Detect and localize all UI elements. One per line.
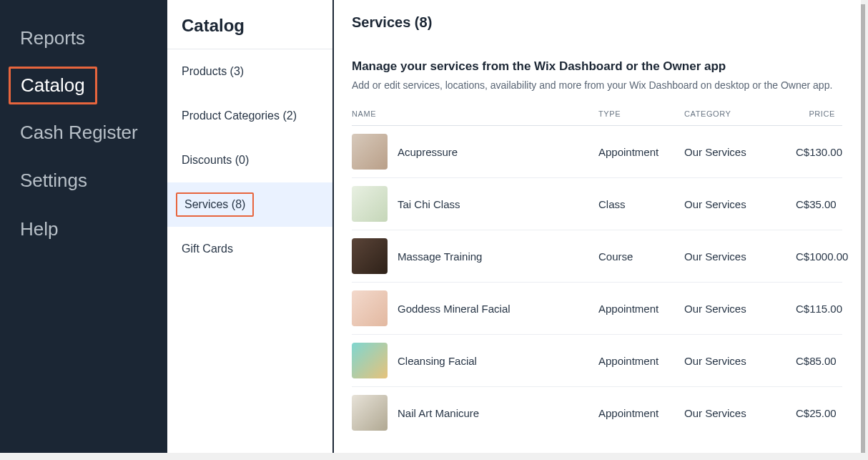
table-header: NAME TYPE CATEGORY PRICE: [352, 109, 842, 126]
service-name: Acupressure: [398, 146, 458, 158]
service-type: Appointment: [598, 146, 684, 158]
service-category: Our Services: [684, 303, 796, 315]
nav-item-help[interactable]: Help: [0, 205, 167, 253]
nav-item-settings[interactable]: Settings: [0, 157, 167, 205]
nav-item-catalog[interactable]: Catalog: [0, 62, 167, 109]
sub-label: Services (8): [184, 198, 245, 210]
table-row[interactable]: Goddess Mineral Facial Appointment Our S…: [352, 283, 842, 335]
section-heading: Manage your services from the Wix Dashbo…: [352, 59, 842, 74]
nav-label: Reports: [20, 27, 85, 49]
service-thumbnail: [352, 238, 388, 274]
sub-item-products[interactable]: Products (3): [167, 49, 332, 94]
nav-label: Settings: [20, 170, 87, 191]
service-price: C$85.00: [796, 355, 844, 367]
service-name: Cleansing Facial: [398, 355, 477, 367]
sub-item-services[interactable]: Services (8): [167, 182, 332, 227]
sub-item-discounts[interactable]: Discounts (0): [167, 138, 332, 182]
service-thumbnail: [352, 395, 388, 431]
service-thumbnail: [352, 186, 388, 222]
nav-label: Help: [20, 218, 58, 240]
col-header-category: CATEGORY: [684, 109, 796, 118]
service-category: Our Services: [684, 355, 796, 367]
col-header-price: PRICE: [796, 109, 842, 118]
nav-item-reports[interactable]: Reports: [0, 14, 167, 62]
nav-label: Cash Register: [20, 122, 138, 143]
sub-label: Discounts (0): [182, 154, 249, 166]
table-row[interactable]: Massage Training Course Our Services C$1…: [352, 230, 842, 283]
sub-item-gift-cards[interactable]: Gift Cards: [167, 227, 332, 271]
service-price: C$130.00: [796, 146, 849, 158]
secondary-title: Catalog: [167, 0, 332, 49]
sub-label: Product Categories (2): [182, 109, 297, 122]
sub-label: Products (3): [182, 65, 244, 77]
table-row[interactable]: Cleansing Facial Appointment Our Service…: [352, 335, 842, 387]
service-type: Class: [598, 198, 684, 210]
primary-sidebar: Reports Catalog Cash Register Settings H…: [0, 0, 167, 453]
service-price: C$35.00: [796, 198, 844, 210]
service-price: C$25.00: [796, 407, 844, 419]
secondary-sidebar: Catalog Products (3) Product Categories …: [167, 0, 333, 453]
page-title: Services (8): [352, 14, 842, 31]
service-category: Our Services: [684, 407, 796, 419]
table-row[interactable]: Tai Chi Class Class Our Services C$35.00: [352, 178, 842, 230]
service-thumbnail: [352, 134, 388, 170]
service-name: Tai Chi Class: [398, 198, 460, 210]
col-header-name: NAME: [352, 109, 598, 118]
app-window: Reports Catalog Cash Register Settings H…: [0, 0, 861, 453]
table-body: Acupressure Appointment Our Services C$1…: [352, 126, 842, 439]
service-category: Our Services: [684, 198, 796, 210]
table-row[interactable]: Nail Art Manicure Appointment Our Servic…: [352, 387, 842, 439]
sub-highlight: Services (8): [176, 192, 254, 217]
main-content: Services (8) Manage your services from t…: [333, 0, 861, 453]
col-header-type: TYPE: [598, 109, 684, 118]
service-category: Our Services: [684, 146, 796, 158]
service-thumbnail: [352, 290, 388, 326]
service-name: Nail Art Manicure: [398, 407, 479, 419]
service-type: Course: [598, 250, 684, 263]
service-price: C$1000.00: [796, 250, 855, 263]
nav-item-cash-register[interactable]: Cash Register: [0, 109, 167, 157]
table-row[interactable]: Acupressure Appointment Our Services C$1…: [352, 126, 842, 178]
service-name: Goddess Mineral Facial: [398, 303, 511, 315]
service-type: Appointment: [598, 355, 684, 367]
sub-label: Gift Cards: [182, 243, 233, 255]
service-type: Appointment: [598, 303, 684, 315]
service-thumbnail: [352, 343, 388, 378]
section-subtext: Add or edit services, locations, availab…: [352, 79, 842, 91]
service-type: Appointment: [598, 407, 684, 419]
service-name: Massage Training: [398, 250, 482, 263]
service-price: C$115.00: [796, 303, 849, 315]
nav-highlight: Catalog: [9, 67, 97, 104]
nav-label: Catalog: [21, 74, 85, 96]
service-category: Our Services: [684, 250, 796, 263]
sub-item-product-categories[interactable]: Product Categories (2): [167, 94, 332, 138]
